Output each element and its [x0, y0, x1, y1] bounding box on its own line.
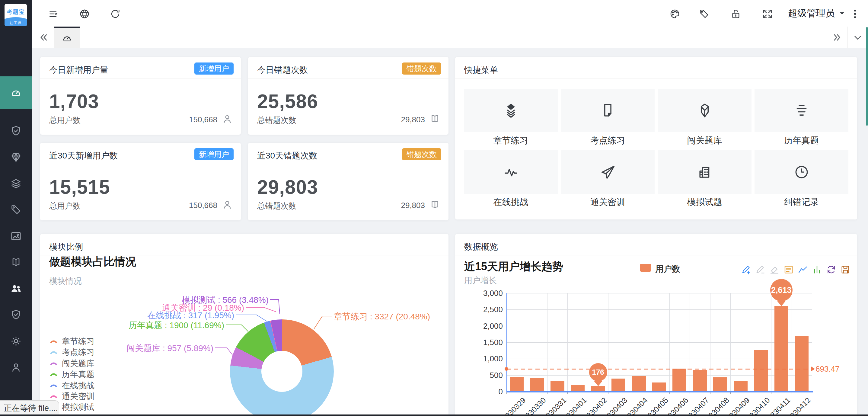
toolbox-restore-icon[interactable]: [825, 264, 837, 276]
bar-20230330[interactable]: [530, 378, 544, 391]
sidebar-item-9-gear-icon[interactable]: [0, 328, 32, 354]
sidebar-item-2-gem-icon[interactable]: [0, 144, 32, 171]
y-axis-tick-label: 1,000: [461, 354, 503, 363]
quick-menu-item-label: 历年真题: [754, 135, 848, 147]
user-icon: [221, 113, 233, 125]
bar-20230405[interactable]: [652, 383, 666, 391]
stat-badge: 新增用户: [194, 62, 234, 75]
bar-20230410[interactable]: [754, 350, 768, 391]
stat-footer-label: 总错题次数: [257, 201, 297, 211]
toolbox-data-view-icon[interactable]: [783, 264, 795, 276]
toolbox-bar-chart-icon[interactable]: [811, 264, 823, 276]
bar-20230403[interactable]: [612, 379, 625, 391]
quick-menu-item-label: 纠错记录: [754, 196, 848, 208]
legend-label: 通关密训: [62, 391, 94, 402]
toolbox-edit-minus-icon[interactable]: [754, 264, 766, 276]
sidebar-item-5-image-icon[interactable]: [0, 223, 32, 249]
quick-menu-item-模拟试题[interactable]: 模拟试题: [658, 150, 751, 208]
refresh-icon[interactable]: [108, 7, 122, 21]
y-axis-tick-label: 3,000: [461, 289, 503, 298]
paper-plane-icon: [561, 150, 655, 194]
quick-menu-item-通关密训[interactable]: 通关密训: [561, 150, 655, 208]
legend-label: 章节练习: [62, 336, 94, 347]
tabbar: [32, 27, 868, 48]
bar-20230412[interactable]: [795, 336, 809, 391]
bar-20230401[interactable]: [571, 385, 585, 391]
bar-20230411[interactable]: [774, 306, 788, 391]
gridline-vertical: [649, 293, 649, 391]
app-logo[interactable]: 考题宝 社工师: [4, 4, 27, 26]
sidebar-item-3-layers-icon[interactable]: [0, 170, 32, 197]
pie-legend-item-在线挑战[interactable]: 在线挑战: [49, 380, 94, 391]
legend-arc-icon: [49, 394, 58, 399]
pie-legend-item-历年真题[interactable]: 历年真题: [49, 369, 94, 380]
sidebar-item-8-shield-check-icon[interactable]: [0, 302, 32, 328]
legend-label: 模拟测试: [62, 402, 94, 413]
quick-menu-item-纠错记录[interactable]: 纠错记录: [754, 150, 848, 208]
bar-20230331[interactable]: [551, 381, 564, 391]
legend-arc-icon: [49, 372, 58, 377]
toolbox-edit-add-icon[interactable]: [740, 264, 752, 276]
series-legend-label[interactable]: 用户数: [655, 264, 680, 274]
scrollbar-thumb[interactable]: [866, 27, 868, 126]
tag-icon[interactable]: [698, 7, 711, 21]
unlock-icon[interactable]: [729, 7, 742, 21]
stat-card-30day-new-users: 近30天新增用户数 新增用户 15,515 总用户数 150,668: [40, 143, 241, 220]
x-axis-tick-label: 20230329: [497, 396, 527, 416]
globe-icon[interactable]: [78, 7, 91, 21]
toolbox-eraser-icon[interactable]: [768, 264, 780, 276]
fullscreen-icon[interactable]: [761, 7, 774, 21]
bar-20230404[interactable]: [632, 376, 646, 391]
gridline-vertical: [629, 293, 629, 391]
bar-20230407[interactable]: [693, 370, 707, 391]
tabs-collapse-button[interactable]: [847, 27, 868, 48]
pulse-icon: [464, 150, 558, 194]
legend-arc-icon: [49, 361, 58, 366]
pie-legend-item-考点练习[interactable]: 考点练习: [49, 347, 94, 358]
pie-legend-item-章节练习[interactable]: 章节练习: [49, 336, 94, 347]
pie-callout-label-闯关题库: 闯关题库 : 957 (5.89%): [126, 343, 213, 354]
bar-20230408[interactable]: [713, 377, 727, 391]
tabs-scroll-right-button[interactable]: [825, 27, 847, 48]
sidebar-item-1-shield-check-icon[interactable]: [0, 118, 32, 144]
toolbox-line-chart-icon[interactable]: [797, 264, 809, 276]
bar-20230329[interactable]: [510, 377, 524, 391]
quick-menu-item-label: 考点练习: [561, 135, 655, 147]
series-legend-swatch[interactable]: [640, 264, 651, 272]
quick-menu-item-在线挑战[interactable]: 在线挑战: [464, 150, 558, 208]
sidebar-item-0-dashboard-icon[interactable]: [0, 77, 32, 109]
legend-label: 闯关题库: [62, 358, 94, 369]
quick-menu-item-闯关题库[interactable]: 闯关题库: [658, 89, 751, 147]
kebab-menu-icon[interactable]: [848, 7, 862, 21]
user-menu[interactable]: 超级管理员: [788, 0, 846, 27]
app-logo-title: 考题宝: [4, 8, 27, 16]
stat-footer-value: 150,668: [189, 115, 217, 124]
sidebar: 考题宝 社工师: [0, 0, 32, 416]
stat-footer-value: 150,668: [189, 201, 217, 210]
divider: [40, 164, 241, 164]
palette-icon[interactable]: [668, 7, 681, 21]
sidebar-item-4-tag-icon[interactable]: [0, 197, 32, 223]
divider: [248, 164, 448, 164]
tab-dashboard[interactable]: [54, 27, 80, 48]
bar-20230406[interactable]: [673, 368, 686, 391]
page-icon: [561, 89, 655, 132]
collapse-menu-icon[interactable]: [47, 7, 60, 21]
gridline-vertical: [771, 293, 771, 391]
legend-label: 考点练习: [62, 347, 94, 358]
pie-chart-title: 做题模块占比情况: [49, 255, 136, 269]
toolbox-save-icon[interactable]: [839, 264, 851, 276]
bar-20230402[interactable]: [591, 386, 605, 391]
quick-menu-item-考点练习[interactable]: 考点练习: [561, 89, 655, 147]
tabs-scroll-left-button[interactable]: [35, 27, 53, 48]
quick-menu-item-历年真题[interactable]: 历年真题: [754, 89, 848, 147]
sidebar-item-6-book-icon[interactable]: [0, 249, 32, 276]
stat-badge: 错题次数: [402, 148, 441, 160]
sidebar-item-10-user-icon[interactable]: [0, 354, 32, 381]
bar-20230409[interactable]: [734, 381, 748, 391]
text-lines-icon: [754, 89, 848, 132]
quick-menu-item-章节练习[interactable]: 章节练习: [464, 89, 558, 147]
pie-legend-item-闯关题库[interactable]: 闯关题库: [49, 358, 94, 369]
user-menu-label: 超级管理员: [788, 7, 835, 20]
sidebar-item-7-users-icon[interactable]: [0, 275, 32, 302]
